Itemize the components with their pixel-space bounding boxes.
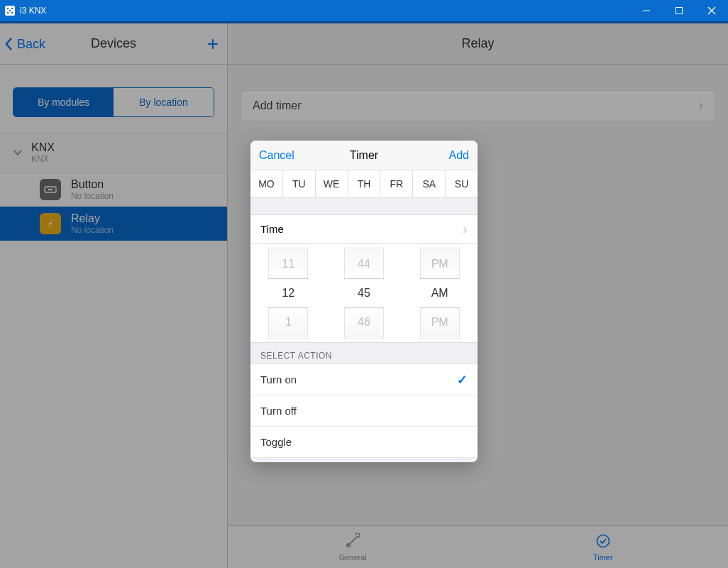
ampm-prev: PM [431, 250, 448, 278]
minute-next: 46 [358, 308, 370, 337]
action-toggle[interactable]: Toggle [250, 427, 478, 458]
modal-add-button[interactable]: Add [449, 149, 469, 162]
svg-point-2 [11, 8, 13, 9]
chevron-right-icon: › [463, 221, 468, 237]
window-minimize-button[interactable] [630, 0, 663, 21]
window-titlebar: i3 KNX [0, 0, 728, 21]
modal-header: Cancel Timer Add [250, 141, 478, 170]
window-maximize-button[interactable] [663, 0, 695, 21]
hour-current: 12 [268, 278, 308, 308]
svg-point-5 [9, 10, 11, 11]
day-tu[interactable]: TU [283, 170, 316, 197]
hour-wheel[interactable]: 11 12 1 [268, 247, 308, 339]
svg-point-1 [7, 8, 9, 9]
minute-current: 45 [344, 278, 384, 308]
select-action-header: SELECT ACTION [250, 343, 478, 364]
ampm-next: PM [431, 308, 448, 337]
day-we[interactable]: WE [316, 170, 348, 197]
modal-cancel-button[interactable]: Cancel [259, 149, 294, 162]
app-icon [4, 5, 16, 16]
time-row[interactable]: Time › [250, 215, 478, 244]
action-label: Turn off [260, 405, 297, 417]
day-su[interactable]: SU [446, 170, 478, 197]
section-spacer [250, 198, 478, 215]
weekday-selector: MO TU WE TH FR SA SU [250, 170, 478, 198]
hour-prev: 11 [282, 250, 294, 278]
action-turn-on[interactable]: Turn on ✓ [250, 364, 478, 395]
day-th[interactable]: TH [348, 170, 381, 197]
ampm-current: AM [420, 278, 460, 308]
minute-prev: 44 [358, 250, 370, 278]
ampm-wheel[interactable]: PM AM PM [420, 247, 460, 339]
window-close-button[interactable] [695, 0, 728, 21]
hour-next: 1 [285, 308, 292, 337]
modal-title: Timer [350, 149, 378, 162]
window-title: i3 KNX [20, 6, 46, 16]
time-picker: 11 12 1 44 45 46 PM AM PM [250, 244, 478, 343]
day-fr[interactable]: FR [380, 170, 413, 197]
timer-modal: Cancel Timer Add MO TU WE TH FR SA SU Ti… [250, 141, 478, 462]
checkmark-icon: ✓ [457, 372, 468, 388]
minute-wheel[interactable]: 44 45 46 [344, 247, 384, 339]
action-turn-off[interactable]: Turn off [250, 395, 478, 427]
modal-overlay[interactable]: Cancel Timer Add MO TU WE TH FR SA SU Ti… [0, 21, 728, 568]
svg-point-3 [7, 12, 9, 13]
svg-rect-7 [676, 8, 683, 14]
action-label: Turn on [260, 373, 297, 386]
action-label: Toggle [260, 436, 292, 448]
svg-point-4 [11, 12, 13, 13]
day-mo[interactable]: MO [250, 170, 283, 197]
day-sa[interactable]: SA [413, 170, 446, 197]
time-label: Time [260, 223, 284, 235]
